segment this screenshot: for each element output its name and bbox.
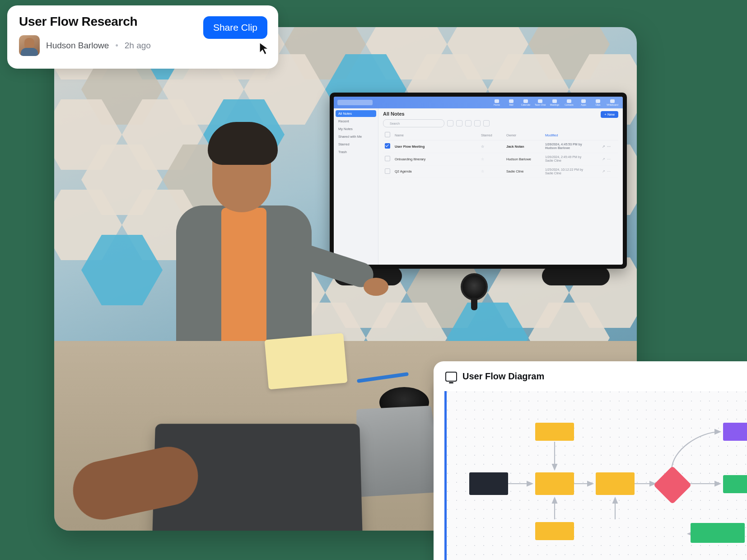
top-tab-whiteboard[interactable]: Whiteboard xyxy=(606,98,619,107)
row-starred[interactable]: ☆ xyxy=(479,165,504,178)
sidebar-item-all-notes[interactable]: All Notes xyxy=(336,110,376,117)
top-tab-calendar[interactable]: Calendar xyxy=(519,98,532,107)
top-tab-contacts[interactable]: Contacts xyxy=(562,98,576,107)
row-starred[interactable]: ☆ xyxy=(479,140,504,153)
yellow-notepad xyxy=(265,333,348,390)
global-search-mini[interactable] xyxy=(337,100,373,105)
clip-author: Hudson Barlowe xyxy=(46,41,109,51)
col-owner[interactable]: Owner xyxy=(504,130,543,140)
diagram-title: User Flow Diagram xyxy=(462,371,544,382)
star-icon[interactable] xyxy=(465,120,472,126)
row-name: User Flow Meeting xyxy=(393,140,479,153)
clip-age: 2h ago xyxy=(125,41,151,51)
row-modified: 1/25/2024, 10:12:22 PM bySadie Cline xyxy=(543,165,600,178)
row-actions[interactable]: ↗ ⋯ xyxy=(600,165,618,178)
row-modified: 1/26/2024, 2:45:49 PM bySadie Cline xyxy=(543,153,600,165)
sidebar-item-my-notes[interactable]: My Notes xyxy=(336,126,376,132)
row-name: Onboarding Itinerary xyxy=(393,153,479,165)
lock-icon[interactable] xyxy=(447,120,453,126)
sidebar-item-starred[interactable]: Starred xyxy=(336,141,376,148)
row-actions[interactable]: ↗ ⋯ xyxy=(600,140,618,153)
share-clip-button[interactable]: Share Clip xyxy=(203,16,267,39)
top-tab-team-chat[interactable]: Team Chat xyxy=(533,98,547,107)
row-checkbox[interactable] xyxy=(385,156,390,161)
meta-separator: • xyxy=(115,41,118,51)
diagram-canvas[interactable] xyxy=(444,391,747,560)
clip-info-card: User Flow Research Share Clip Hudson Bar… xyxy=(7,5,278,69)
author-avatar xyxy=(19,35,40,56)
col-name[interactable]: Name xyxy=(393,130,479,140)
select-all-checkbox[interactable] xyxy=(385,132,390,137)
flow-node-y_top[interactable] xyxy=(535,423,574,441)
filter-icon[interactable] xyxy=(474,120,481,126)
tablet-device xyxy=(356,406,446,497)
sidebar-item-trash[interactable]: Trash xyxy=(336,149,376,155)
conference-camera xyxy=(461,273,488,300)
app-top-bar: HomeMailCalendarTeam ChatMeetingsContact… xyxy=(334,97,623,108)
top-tab-apps[interactable]: Apps xyxy=(577,98,590,107)
new-note-button[interactable]: + New xyxy=(601,111,618,118)
top-tab-clips[interactable]: Clips xyxy=(591,98,605,107)
row-owner: Jack Nolan xyxy=(504,140,543,153)
flow-node-start[interactable] xyxy=(469,472,508,495)
table-row[interactable]: User Flow Meeting☆Jack Nolan1/26/2024, 4… xyxy=(383,140,618,153)
notes-app-screen: HomeMailCalendarTeam ChatMeetingsContact… xyxy=(334,97,623,265)
user-flow-diagram-card: User Flow Diagram xyxy=(434,361,747,560)
notes-sidebar: All NotesRecentMy NotesShared with MeSta… xyxy=(334,108,378,265)
top-tab-mail[interactable]: Mail xyxy=(504,98,518,107)
table-row[interactable]: Onboarding Itinerary☆Hudson Barlowe1/26/… xyxy=(383,153,618,165)
top-tab-home[interactable]: Home xyxy=(490,98,504,107)
flow-node-g_mid[interactable] xyxy=(723,475,747,493)
flow-node-g_bot[interactable] xyxy=(691,523,745,543)
whiteboard-icon xyxy=(445,372,457,382)
search-placeholder-text: Search xyxy=(390,122,400,125)
flow-node-p_top[interactable] xyxy=(723,423,747,441)
row-starred[interactable]: ☆ xyxy=(479,153,504,165)
notes-table: Name Starred Owner Modified User Flow Me… xyxy=(383,130,618,178)
wall-display: HomeMailCalendarTeam ChatMeetingsContact… xyxy=(330,93,627,269)
share-icon[interactable] xyxy=(456,120,462,126)
trash-icon[interactable] xyxy=(483,120,490,126)
flow-node-y_mid1[interactable] xyxy=(535,472,574,495)
row-checkbox[interactable] xyxy=(385,143,390,149)
row-name: Q2 Agenda xyxy=(393,165,479,178)
table-row[interactable]: Q2 Agenda☆Sadie Cline1/25/2024, 10:12:22… xyxy=(383,165,618,178)
row-checkbox[interactable] xyxy=(385,168,390,174)
section-title: All Notes xyxy=(383,111,618,117)
row-owner: Sadie Cline xyxy=(504,165,543,178)
soundbar-right xyxy=(542,266,610,285)
row-owner: Hudson Barlowe xyxy=(504,153,543,165)
sidebar-item-recent[interactable]: Recent xyxy=(336,118,376,125)
col-modified[interactable]: Modified xyxy=(543,130,600,140)
notes-toolbar: Search xyxy=(383,119,618,127)
row-actions[interactable]: ↗ ⋯ xyxy=(600,153,618,165)
notes-main: All Notes + New Search xyxy=(378,108,623,265)
row-modified: 1/26/2024, 4:45:53 PM byHudson Barlowe xyxy=(543,140,600,153)
notes-search-input[interactable]: Search xyxy=(383,119,444,127)
col-starred[interactable]: Starred xyxy=(479,130,504,140)
flow-node-y_mid2[interactable] xyxy=(596,472,635,495)
sidebar-item-shared-with-me[interactable]: Shared with Me xyxy=(336,133,376,140)
flow-node-y_bot[interactable] xyxy=(535,522,574,540)
top-tab-meetings[interactable]: Meetings xyxy=(548,98,561,107)
